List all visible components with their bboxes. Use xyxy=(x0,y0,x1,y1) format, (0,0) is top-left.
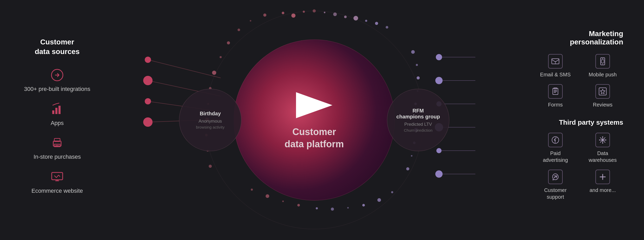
reviews-label: Reviews xyxy=(593,101,613,108)
marketing-grid: Email & SMS Mobile push xyxy=(535,54,623,108)
svg-point-68 xyxy=(251,189,253,191)
plus-icon xyxy=(595,170,610,184)
rfm-label: RFMchampions group xyxy=(396,108,440,120)
svg-rect-9 xyxy=(52,172,63,180)
source-ecommerce: Ecommerce website xyxy=(31,169,83,195)
svg-line-12 xyxy=(54,176,56,178)
svg-point-41 xyxy=(313,9,316,12)
cdp-circle: Customerdata platform xyxy=(234,39,395,201)
reviews-item: Reviews xyxy=(582,84,623,108)
clipboard-icon xyxy=(548,84,563,99)
center-area: Customerdata platform Birthday Anonymous… xyxy=(99,0,530,240)
svg-point-40 xyxy=(303,11,305,13)
svg-point-60 xyxy=(377,198,381,202)
svg-line-14 xyxy=(58,175,60,177)
svg-point-47 xyxy=(375,22,378,25)
screen-icon xyxy=(49,169,65,185)
zendesk-icon xyxy=(548,170,563,184)
right-bubble-content: RFMchampions group Predicted LTV Churn p… xyxy=(392,104,444,137)
left-panel-title: Customerdata sources xyxy=(35,37,80,56)
star-icon xyxy=(595,84,610,99)
svg-point-46 xyxy=(365,20,367,22)
svg-point-79 xyxy=(250,20,251,22)
svg-point-59 xyxy=(391,191,393,193)
svg-point-67 xyxy=(266,194,269,198)
paid-advertising-item: Paidadvertising xyxy=(535,133,576,163)
svg-point-32 xyxy=(436,54,442,60)
third-party-grid: Paidadvertising Data xyxy=(535,133,623,200)
svg-line-16 xyxy=(148,60,221,78)
email-sms-label: Email & SMS xyxy=(540,71,571,78)
svg-point-86 xyxy=(602,63,603,64)
mobile-icon xyxy=(595,54,610,69)
svg-point-76 xyxy=(220,56,222,58)
and-more-label: and more... xyxy=(589,187,616,194)
paid-advertising-label: Paidadvertising xyxy=(543,150,568,163)
svg-point-64 xyxy=(316,207,318,209)
svg-point-104 xyxy=(599,139,600,141)
store-label: In-store purchases xyxy=(34,153,81,161)
forms-item: Forms xyxy=(535,84,576,108)
svg-point-66 xyxy=(282,201,284,202)
forms-label: Forms xyxy=(548,101,563,108)
and-more-item: and more... xyxy=(582,170,623,200)
cdp-logo-icon xyxy=(291,90,338,121)
svg-marker-94 xyxy=(600,89,605,94)
svg-point-65 xyxy=(297,204,300,206)
email-sms-item: Email & SMS xyxy=(535,54,576,78)
data-warehouses-item: Datawarehouses xyxy=(582,133,623,163)
source-integrations: 300+ pre-built integrations xyxy=(24,67,90,93)
marketing-title: Marketingpersonalization xyxy=(535,30,623,46)
left-bubble-content: Birthday Anonymous browsing activity xyxy=(192,106,229,134)
svg-point-57 xyxy=(411,155,412,157)
svg-point-51 xyxy=(417,76,420,79)
mobile-push-item: Mobile push xyxy=(582,54,623,78)
churn-label: Churn prediction xyxy=(396,128,440,132)
svg-point-58 xyxy=(406,167,409,170)
svg-point-36 xyxy=(436,148,442,153)
svg-rect-87 xyxy=(601,60,604,63)
data-warehouses-label: Datawarehouses xyxy=(589,150,617,163)
left-panel: Customerdata sources 300+ pre-built inte… xyxy=(16,27,99,213)
arrow-circle-icon xyxy=(49,67,65,83)
svg-point-102 xyxy=(602,136,603,137)
svg-marker-81 xyxy=(296,92,332,118)
svg-point-31 xyxy=(143,117,153,127)
svg-point-44 xyxy=(344,16,347,18)
svg-point-39 xyxy=(291,14,295,18)
svg-point-49 xyxy=(411,50,415,54)
apps-label: Apps xyxy=(51,119,64,127)
svg-point-75 xyxy=(212,71,216,75)
svg-point-28 xyxy=(145,57,151,63)
svg-point-43 xyxy=(333,12,337,16)
customer-support-item: Customersupport xyxy=(535,170,576,200)
main-container: Customerdata sources 300+ pre-built inte… xyxy=(0,0,644,240)
svg-rect-1 xyxy=(52,110,54,114)
svg-rect-2 xyxy=(55,108,57,114)
source-apps: Apps xyxy=(49,101,65,127)
svg-point-80 xyxy=(263,14,266,17)
integrations-label: 300+ pre-built integrations xyxy=(24,85,90,93)
printer-icon xyxy=(49,135,65,151)
ecommerce-label: Ecommerce website xyxy=(31,187,83,195)
svg-point-77 xyxy=(227,41,230,44)
third-party-title: Third party systems xyxy=(535,118,623,126)
svg-point-45 xyxy=(353,16,358,21)
svg-line-13 xyxy=(56,175,58,178)
mobile-push-label: Mobile push xyxy=(589,71,617,78)
bar-chart-icon xyxy=(49,101,65,117)
browsing-label: browsing activity xyxy=(196,125,225,129)
svg-point-61 xyxy=(362,204,365,206)
cdp-title: Customerdata platform xyxy=(285,126,344,150)
snowflake-icon xyxy=(595,133,610,147)
svg-point-29 xyxy=(143,76,153,85)
svg-point-33 xyxy=(435,77,443,84)
customer-support-label: Customersupport xyxy=(544,187,567,200)
svg-point-101 xyxy=(602,139,603,141)
svg-point-42 xyxy=(324,12,325,13)
svg-point-78 xyxy=(238,29,240,31)
svg-point-103 xyxy=(602,143,603,144)
svg-point-30 xyxy=(145,98,151,104)
svg-point-105 xyxy=(605,139,606,141)
svg-point-37 xyxy=(435,170,443,178)
